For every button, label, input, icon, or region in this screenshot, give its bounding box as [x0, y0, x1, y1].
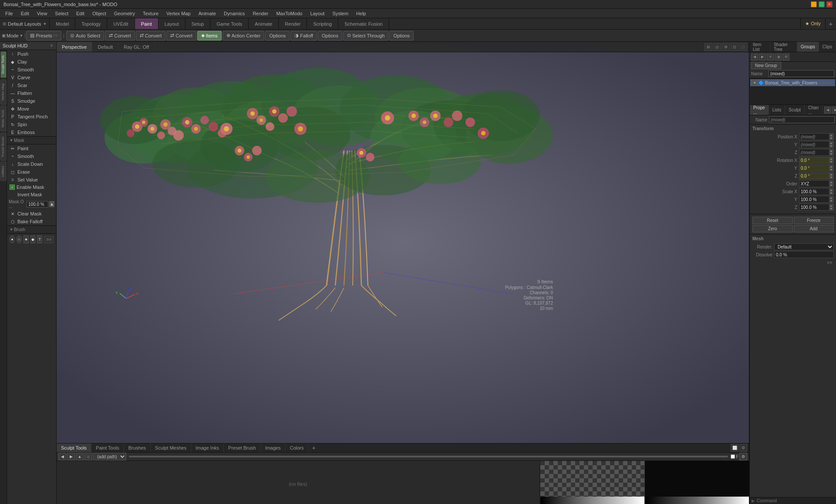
rt-icon-1[interactable]: ◀: [751, 54, 758, 60]
tool-emboss[interactable]: E Emboss: [7, 128, 56, 136]
menu-animate[interactable]: Animate: [195, 10, 219, 17]
btm-tab-image-inks[interactable]: Image Inks: [191, 444, 224, 452]
auto-select-button[interactable]: ◎ Auto Select: [66, 31, 104, 40]
convert2-button[interactable]: ⇄ Convert: [136, 31, 166, 40]
tab-uvedit[interactable]: UVEdit: [107, 18, 135, 29]
minimize-button[interactable]: −: [811, 1, 817, 7]
dissolve-value[interactable]: 0.0 %: [774, 251, 834, 258]
menu-dynamics[interactable]: Dynamics: [220, 10, 248, 17]
position-x-up[interactable]: ▲: [829, 134, 833, 137]
rotation-y-value[interactable]: 0.0 ° ▲ ▼: [799, 165, 834, 171]
rt-icon-4[interactable]: ◑: [775, 54, 782, 60]
btm-up-button[interactable]: ▲: [76, 453, 84, 460]
items-button[interactable]: ◈ Items: [197, 31, 222, 40]
scale-y-up[interactable]: ▲: [829, 196, 833, 199]
options2-button[interactable]: Options: [318, 31, 342, 40]
menu-system[interactable]: System: [329, 10, 352, 17]
menu-object[interactable]: Object: [89, 10, 110, 17]
btm-tab-paint-tools[interactable]: Paint Tools: [91, 444, 124, 452]
tab-render[interactable]: Render: [279, 18, 307, 29]
tool-smudge[interactable]: S Smudge: [7, 97, 56, 105]
order-up[interactable]: ▲: [829, 181, 833, 184]
tool-mask-scale-down[interactable]: ↓ Scale Down: [7, 160, 56, 168]
btm-add-tab-button[interactable]: +: [309, 444, 319, 452]
tool-tangent-pinch[interactable]: P Tangent Pinch: [7, 113, 56, 121]
menu-texture[interactable]: Texture: [139, 10, 162, 17]
falloff-button[interactable]: ◑ Falloff: [290, 31, 317, 40]
tool-move[interactable]: ✥ Move: [7, 105, 56, 113]
position-z-value[interactable]: (mixed) ▲ ▼: [799, 149, 834, 156]
add-button[interactable]: Add: [794, 225, 834, 232]
vp-tab-raygl[interactable]: Ray GL: Off: [118, 42, 155, 52]
render-select[interactable]: Default: [774, 243, 834, 250]
brush-icon-text[interactable]: T: [37, 235, 42, 243]
rt-icon-2[interactable]: ▶: [759, 54, 766, 60]
props-tab-properties[interactable]: Prope ...: [750, 105, 769, 115]
tool-smooth[interactable]: ~ Smooth: [7, 66, 56, 74]
bake-falloff-option[interactable]: ⬡ Bake Falloff: [7, 218, 56, 225]
vp-icon-5[interactable]: □: [739, 43, 747, 51]
tab-layout[interactable]: Layout: [158, 18, 185, 29]
tool-push[interactable]: ↑ Push: [7, 50, 56, 58]
reset-button[interactable]: Reset: [752, 217, 793, 224]
clear-mask-option[interactable]: ✕ Clear Mask: [7, 210, 56, 218]
position-x-down[interactable]: ▼: [829, 137, 833, 140]
brush-more-button[interactable]: >>: [44, 236, 54, 243]
add-layout-button[interactable]: +: [825, 18, 836, 29]
tab-animate[interactable]: Animate: [249, 18, 279, 29]
rt-tab-clips[interactable]: Clips: [819, 42, 836, 52]
menu-edit[interactable]: Edit: [17, 10, 33, 17]
position-z-down[interactable]: ▼: [829, 152, 833, 155]
viewport[interactable]: Perspective Default Ray GL: Off ⊞ ◎ ⚙ ⊡ …: [57, 42, 749, 443]
action-center-button[interactable]: ⊕ Action Center: [222, 31, 265, 40]
brush-icon-circle-empty[interactable]: ○: [17, 235, 22, 243]
menu-view[interactable]: View: [34, 10, 51, 17]
freeze-button[interactable]: Freeze: [794, 217, 834, 224]
scale-x-up[interactable]: ▲: [829, 188, 833, 192]
close-button[interactable]: ✕: [826, 1, 833, 7]
tool-mask-paint[interactable]: ✏ Paint: [7, 144, 56, 152]
convert1-button[interactable]: ⇄ Convert: [105, 31, 135, 40]
rotation-z-value[interactable]: 0.0 ° ▲ ▼: [799, 172, 834, 179]
enable-mask-option[interactable]: ✓ Enable Mask: [7, 184, 56, 191]
vp-icon-4[interactable]: ⊡: [731, 43, 738, 51]
vtab-utilities[interactable]: Utilities: [0, 162, 7, 181]
new-group-button[interactable]: New Group: [751, 62, 781, 69]
tree-viewport[interactable]: 9 Items Polygons : Catmull-Clark Channel…: [57, 42, 749, 443]
btm-file-checkbox[interactable]: [731, 454, 735, 459]
scale-z-down[interactable]: ▼: [829, 207, 833, 210]
btm-settings-button[interactable]: ⚙: [739, 453, 747, 460]
position-x-value[interactable]: (mixed) ▲ ▼: [799, 133, 834, 140]
options1-button[interactable]: Options: [265, 31, 290, 40]
enable-mask-checkbox[interactable]: ✓: [10, 185, 15, 190]
position-y-up[interactable]: ▲: [829, 141, 833, 144]
rotation-x-down[interactable]: ▼: [829, 160, 833, 163]
zero-button[interactable]: Zero: [752, 225, 793, 232]
invert-mask-option[interactable]: Invert Mask: [7, 191, 56, 198]
vtab-sculpt-tools[interactable]: Sculpt Tools: [0, 51, 7, 78]
rotation-x-up[interactable]: ▲: [829, 157, 833, 160]
maximize-button[interactable]: □: [819, 1, 825, 7]
vp-icon-3[interactable]: ⚙: [722, 43, 730, 51]
btm-tab-colors[interactable]: Colors: [286, 444, 309, 452]
rotation-y-up[interactable]: ▲: [829, 165, 833, 168]
rotation-y-down[interactable]: ▼: [829, 168, 833, 171]
props-tab-lists[interactable]: Lists: [769, 105, 785, 115]
btm-tab-sculpt-meshes[interactable]: Sculpt Meshes: [151, 444, 191, 452]
btm-slider[interactable]: [129, 456, 728, 457]
vp-icon-1[interactable]: ⊞: [705, 43, 712, 51]
props-name-input[interactable]: [769, 116, 835, 123]
tab-game-tools[interactable]: Game Tools: [210, 18, 249, 29]
convert3-button[interactable]: ⇄ Convert: [166, 31, 196, 40]
btm-tab-brushes[interactable]: Brushes: [124, 444, 151, 452]
tab-schematic[interactable]: Schematic Fusion: [338, 18, 389, 29]
menu-geometry[interactable]: Geometry: [111, 10, 138, 17]
menu-edit2[interactable]: Edit: [73, 10, 88, 17]
props-tab-chan[interactable]: Chan ...: [805, 105, 823, 115]
vtab-vertex-map[interactable]: Vertex Map: [0, 79, 7, 104]
tool-flatten[interactable]: — Flatten: [7, 89, 56, 97]
presets-button[interactable]: ▤ Presets F2: [26, 31, 61, 40]
brush-icon-diamond[interactable]: ◆: [30, 235, 36, 243]
rt-icon-3[interactable]: ✕: [767, 54, 774, 60]
rt-icon-5[interactable]: ⚙: [782, 54, 789, 60]
